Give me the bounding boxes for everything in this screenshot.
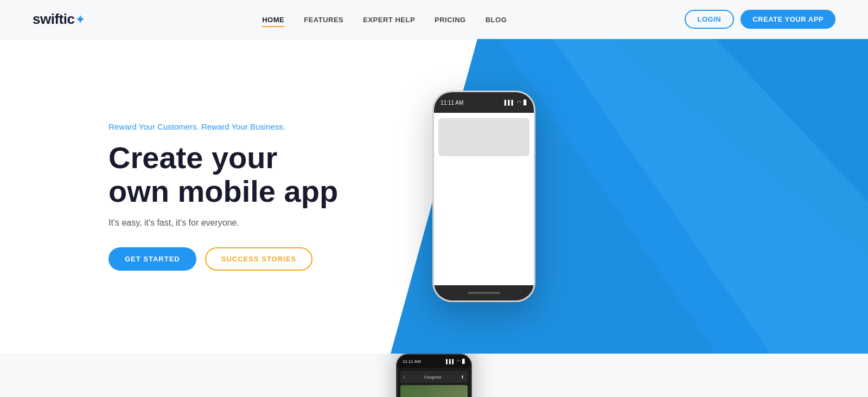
- phone2-screen: ‹ Coupons ⬆ ‹ 10%: [397, 368, 471, 397]
- create-app-button[interactable]: CREATE YOUR APP: [741, 10, 835, 29]
- phone2-battery-icon: ▊: [462, 359, 465, 364]
- phone2-signal-icon: ▌▌▌: [446, 359, 455, 364]
- phone-banner: [438, 118, 529, 156]
- phone-time: 11:11 AM: [441, 100, 463, 106]
- phone-mockup-wrapper: 11:11 AM ▌▌▌ ◠ ▊: [432, 91, 535, 302]
- phone-status-bar: 11:11 AM ▌▌▌ ◠ ▊: [434, 92, 534, 113]
- nav-link-blog[interactable]: BLOG: [486, 16, 507, 24]
- coupons-label: Coupons: [424, 375, 442, 380]
- phone2-image: ‹ 10%: [400, 385, 468, 397]
- signal-icon: ▌▌▌: [505, 100, 515, 105]
- nav-links: HOME FEATURES EXPERT HELP PRICING BLOG: [262, 15, 507, 24]
- phone-status-icons: ▌▌▌ ◠ ▊: [505, 100, 527, 105]
- nav-link-pricing[interactable]: PRICING: [435, 16, 466, 24]
- phone2-wrapper: 11:11 AM ▌▌▌ ◠ ▊ ‹ Coupons ⬆ ‹ 10%: [396, 354, 472, 397]
- battery-icon: ▊: [524, 100, 527, 105]
- phone2-status-bar: 11:11 AM ▌▌▌ ◠ ▊: [397, 355, 471, 368]
- hero-title-line1: Create your: [108, 140, 277, 175]
- nav-item-features[interactable]: FEATURES: [304, 15, 343, 24]
- phone-mockup: 11:11 AM ▌▌▌ ◠ ▊: [432, 91, 535, 302]
- success-stories-button[interactable]: SUCCESS STORIES: [205, 247, 312, 271]
- phone2-header: ‹ Coupons ⬆: [400, 371, 468, 383]
- share-icon: ⬆: [461, 375, 464, 380]
- nav-item-expert-help[interactable]: EXPERT HELP: [363, 15, 415, 24]
- phone2-mockup: 11:11 AM ▌▌▌ ◠ ▊ ‹ Coupons ⬆ ‹ 10%: [396, 354, 472, 397]
- phone2-wifi-icon: ◠: [457, 359, 461, 364]
- get-started-button[interactable]: GET STARTED: [108, 247, 196, 271]
- hero-title-line2: own mobile app: [108, 174, 338, 208]
- hero-bottom: 11:11 AM ▌▌▌ ◠ ▊ ‹ Coupons ⬆ ‹ 10%: [0, 354, 868, 397]
- phone2-time: 11:11 AM: [403, 359, 421, 364]
- phone-bottom-bar: [434, 285, 534, 300]
- nav-link-home[interactable]: HOME: [262, 16, 284, 27]
- phone-screen: [434, 113, 534, 285]
- logo[interactable]: swiftic✦: [33, 11, 85, 28]
- nav-item-blog[interactable]: BLOG: [486, 15, 507, 24]
- logo-bird-icon: ✦: [75, 13, 85, 26]
- nav-item-home[interactable]: HOME: [262, 15, 284, 24]
- nav-item-pricing[interactable]: PRICING: [435, 15, 466, 24]
- hero-section: Reward Your Customers. Reward Your Busin…: [0, 39, 868, 354]
- phone-home-indicator: [468, 292, 500, 294]
- logo-text: swiftic: [33, 11, 74, 28]
- login-button[interactable]: LOGIN: [685, 10, 735, 29]
- navbar: swiftic✦ HOME FEATURES EXPERT HELP PRICI…: [0, 0, 868, 39]
- nav-link-features[interactable]: FEATURES: [304, 16, 343, 24]
- wifi-icon: ◠: [517, 100, 521, 105]
- nav-actions: LOGIN CREATE YOUR APP: [685, 10, 835, 29]
- back-icon: ‹: [404, 375, 405, 380]
- nav-link-expert-help[interactable]: EXPERT HELP: [363, 16, 415, 24]
